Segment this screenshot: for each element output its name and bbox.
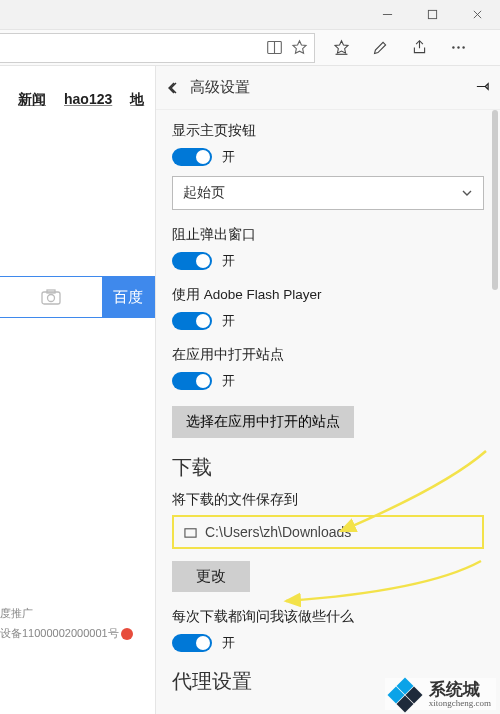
app-open-state: 开: [222, 372, 235, 390]
start-page-select[interactable]: 起始页: [172, 176, 484, 210]
flash-label: 使用 Adobe Flash Player: [172, 286, 484, 304]
favorite-star-icon[interactable]: [291, 39, 308, 56]
app-open-toggle[interactable]: [172, 372, 212, 390]
panel-title: 高级设置: [190, 78, 467, 97]
page-content: 新闻 hao123 地 百度 度推广 设备11000002000001号 高级设…: [0, 66, 500, 714]
watermark-name: 系统城: [429, 681, 491, 698]
svg-rect-1: [428, 10, 436, 18]
flash-state: 开: [222, 312, 235, 330]
window-titlebar: [0, 0, 500, 30]
search-bar: 百度: [0, 276, 155, 318]
promo-line2: 设备11000002000001号: [0, 624, 119, 644]
folder-icon: [184, 526, 197, 539]
nav-link-extra[interactable]: 地: [130, 91, 144, 109]
promo-line1: 度推广: [0, 604, 133, 624]
watermark-url: xitongcheng.com: [429, 699, 491, 708]
close-button[interactable]: [455, 0, 500, 30]
show-home-label: 显示主页按钮: [172, 122, 484, 140]
svg-point-8: [457, 46, 459, 48]
favorites-list-icon[interactable]: [333, 39, 350, 56]
panel-body: 显示主页按钮 开 起始页 阻止弹出窗口 开 使用 Adobe Flash: [156, 110, 500, 714]
pin-icon[interactable]: [475, 79, 490, 97]
show-home-state: 开: [222, 148, 235, 166]
svg-point-7: [452, 46, 454, 48]
chevron-down-icon: [461, 187, 473, 199]
back-button[interactable]: [166, 80, 182, 96]
ask-every-state: 开: [222, 634, 235, 652]
app-open-label: 在应用中打开站点: [172, 346, 484, 364]
svg-rect-13: [185, 528, 196, 536]
pen-icon[interactable]: [372, 39, 389, 56]
footer-promo: 度推广 设备11000002000001号: [0, 604, 133, 644]
block-popup-state: 开: [222, 252, 235, 270]
show-home-toggle[interactable]: [172, 148, 212, 166]
page-nav-links: 新闻 hao123 地: [18, 91, 144, 109]
svg-point-9: [462, 46, 464, 48]
watermark: 系统城 xitongcheng.com: [385, 678, 496, 710]
browser-toolbar: [0, 30, 500, 66]
baidu-search-button[interactable]: 百度: [102, 277, 154, 317]
svg-rect-10: [42, 292, 60, 304]
watermark-logo-icon: [390, 680, 424, 708]
download-path-box: C:\Users\zh\Downloads: [172, 515, 484, 549]
minimize-button[interactable]: [365, 0, 410, 30]
download-path: C:\Users\zh\Downloads: [205, 524, 351, 540]
panel-header: 高级设置: [156, 66, 500, 110]
download-save-label: 将下载的文件保存到: [172, 491, 484, 509]
ask-every-toggle[interactable]: [172, 634, 212, 652]
maximize-button[interactable]: [410, 0, 455, 30]
start-page-select-value: 起始页: [183, 184, 225, 202]
nav-link-news[interactable]: 新闻: [18, 91, 46, 109]
block-popup-label: 阻止弹出窗口: [172, 226, 484, 244]
panel-scrollbar[interactable]: [492, 110, 498, 714]
advanced-settings-panel: 高级设置 显示主页按钮 开 起始页 阻止弹出窗口: [155, 66, 500, 714]
nav-link-hao123[interactable]: hao123: [64, 91, 112, 109]
share-icon[interactable]: [411, 39, 428, 56]
more-icon[interactable]: [450, 39, 467, 56]
choose-app-sites-button[interactable]: 选择在应用中打开的站点: [172, 406, 354, 438]
reading-view-icon[interactable]: [266, 39, 283, 56]
ask-every-label: 每次下载都询问我该做些什么: [172, 608, 484, 626]
flash-toggle[interactable]: [172, 312, 212, 330]
badge-icon: [121, 628, 133, 640]
svg-point-11: [48, 295, 55, 302]
scrollbar-thumb[interactable]: [492, 110, 498, 290]
address-bar[interactable]: [0, 33, 315, 63]
change-download-path-button[interactable]: 更改: [172, 561, 250, 592]
block-popup-toggle[interactable]: [172, 252, 212, 270]
camera-icon[interactable]: [0, 277, 102, 317]
download-section-title: 下载: [172, 454, 484, 481]
